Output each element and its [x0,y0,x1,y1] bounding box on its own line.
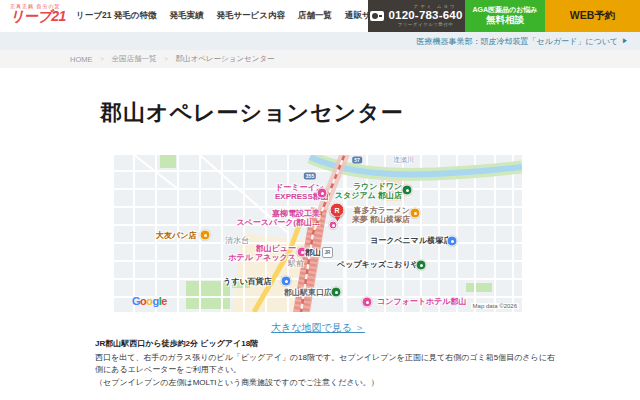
nav-item[interactable]: リーブ21 発毛の特徴 [76,10,156,22]
breadcrumb-item: 郡山オペレーションセンター [176,54,275,64]
arrow-right-icon: ▶ [622,37,628,46]
supermarket-marker-icon[interactable] [447,236,458,247]
view-larger-map-link[interactable]: 大きな地図で見る ＞ [271,322,365,333]
map-art [114,155,522,312]
aga-consult-button[interactable]: AGA医薬品のお悩み 無料相談 [465,0,545,32]
page-title: 郡山オペレーションセンター [100,98,404,128]
map-link-row: 大きな地図で見る ＞ [114,317,522,335]
access-body: 西口を出て、右手のガラス張りのビル「ビッグアイ」の18階です。セブンイレブンを正… [95,352,557,389]
restaurant-marker-icon[interactable] [410,208,421,219]
medical-device-link[interactable]: 医療機器事業部：頭皮冷却装置「セルガード」について [417,36,619,47]
map-attribution: Map data ©2026 [471,303,519,309]
breadcrumb-item[interactable]: HOME [70,55,93,64]
jr-logo: JR [322,247,333,258]
hotel-marker-icon[interactable] [362,297,373,308]
access-note: （セブンイレブンの左側はMOLTIという商業施設ですのでご注意ください。） [95,377,557,389]
attraction-marker-icon[interactable] [329,221,338,230]
breadcrumb-item[interactable]: 全国店舗一覧 [112,54,157,64]
nav-item[interactable]: 店舗一覧 [298,10,332,22]
header-nav: リーブ21 発毛の特徴発毛実績発毛サービス内容店舗一覧通販サイト [76,0,388,32]
free-dial-icon [370,11,384,21]
hotel-marker-icon[interactable] [317,188,328,199]
breadcrumb: HOME＞全国店舗一覧＞郡山オペレーションセンター [0,50,640,68]
google-map[interactable]: ドーミーイン EXPRESS郡山ラウンドワン スタジアム 郡山店喜多方ラーメン … [114,155,522,312]
google-logo[interactable]: Google [132,295,167,307]
phone-number: 0120-783-640 [388,10,462,22]
breadcrumb-separator: ＞ [163,54,170,64]
nav-item[interactable]: 発毛サービス内容 [216,10,285,22]
station-label: 郡山 [305,247,321,258]
phone-button[interactable]: ナヤミ ムヨウ 0120-783-640 フリーダイヤルで受付中 [368,0,465,32]
department-store-marker-icon[interactable] [281,276,292,287]
breadcrumb-separator: ＞ [99,54,106,64]
access-paragraph: 西口を出て、右手のガラス張りのビル「ビッグアイ」の18階です。セブンイレブンを正… [95,352,557,377]
route-shield: 57 [352,157,362,164]
access-heading: JR郡山駅西口から徒歩約2分 ビッグアイ18階 [95,338,258,349]
web-reserve-button[interactable]: WEB予約 [545,0,640,32]
entertainment-marker-icon[interactable] [402,185,413,196]
medical-device-bar: 医療機器事業部：頭皮冷却装置「セルガード」について ▶ [0,32,640,50]
bakery-marker-icon[interactable] [200,230,211,241]
nav-item[interactable]: 発毛実績 [169,10,203,22]
site-header: 正真正銘 自分の髪 リーブ21 リーブ21 発毛の特徴発毛実績発毛サービス内容店… [0,0,640,32]
park-marker-icon[interactable] [331,287,342,298]
play-marker-icon[interactable] [416,260,427,271]
route-shield: 355 [304,173,316,180]
logo-brand: リーブ21 [10,9,70,23]
reve21-location-pin[interactable]: R [330,203,345,222]
reve21-logo[interactable]: 正真正銘 自分の髪 リーブ21 [10,3,70,23]
phone-note: フリーダイヤルで受付中 [398,23,454,28]
